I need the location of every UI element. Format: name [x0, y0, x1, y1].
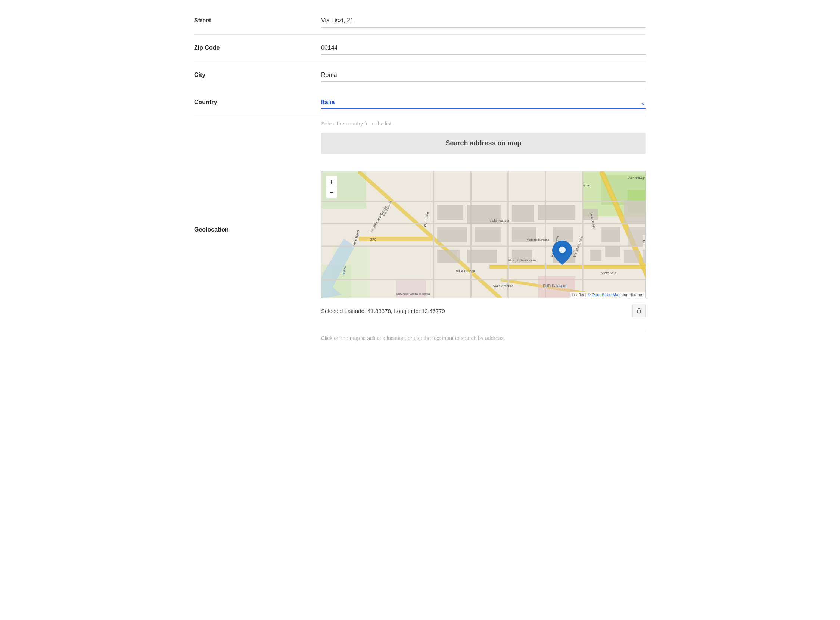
country-select[interactable]: Italia France Germany Spain [321, 96, 646, 109]
svg-text:Viale America: Viale America [493, 284, 514, 288]
hint-spacer-bottom [194, 335, 321, 341]
svg-rect-36 [437, 250, 460, 263]
bottom-hint-text: Click on the map to select a location, o… [321, 335, 646, 341]
hint-spacer [194, 117, 321, 120]
svg-rect-33 [475, 227, 500, 242]
svg-text:Viale Asia: Viale Asia [601, 271, 616, 275]
bottom-hint-row: Click on the map to select a location, o… [194, 331, 646, 349]
street-field [321, 14, 646, 28]
svg-text:Viale Pasteur: Viale Pasteur [490, 219, 509, 223]
geolocation-row: Geolocation [194, 160, 646, 327]
map-container[interactable]: Via del Cappellaccio Via Ostiense Viale … [321, 171, 646, 298]
osm-attribution-text: © OpenStreetMap [588, 292, 621, 297]
svg-rect-32 [437, 227, 467, 242]
svg-text:Viale dell'Agricolt.: Viale dell'Agricolt. [628, 176, 646, 180]
zipcode-row: Zip Code [194, 35, 646, 62]
trash-icon: 🗑 [636, 307, 642, 314]
address-form: Street Zip Code City Country Italia Fran… [183, 0, 657, 360]
zipcode-input[interactable] [321, 41, 646, 55]
svg-rect-28 [437, 205, 463, 220]
contributors-text: contributors [622, 292, 643, 297]
map-attribution: Leaflet | © OpenStreetMap contributors [570, 292, 646, 298]
svg-text:Viale della Fisica: Viale della Fisica [527, 238, 549, 241]
location-info-row: Selected Latitude: 41.83378, Longitude: … [321, 298, 646, 321]
country-label: Country [194, 96, 321, 106]
street-label: Street [194, 14, 321, 24]
zoom-out-button[interactable]: − [326, 187, 337, 198]
city-input[interactable] [321, 69, 646, 82]
city-row: City [194, 62, 646, 89]
svg-text:Viale Europa: Viale Europa [456, 269, 475, 273]
country-field: Italia France Germany Spain ⌄ [321, 96, 646, 109]
search-spacer [194, 132, 321, 154]
svg-text:UniCredit Banca di Roma: UniCredit Banca di Roma [396, 292, 430, 295]
svg-rect-30 [512, 205, 534, 222]
street-input[interactable] [321, 14, 646, 28]
svg-rect-42 [590, 250, 601, 261]
svg-text:Ninfeo: Ninfeo [583, 184, 592, 187]
country-hint-row: Select the country from the list. [194, 116, 646, 132]
svg-text:EUR: EUR [643, 239, 646, 244]
osm-attribution-link[interactable]: © OpenStreetMap [588, 292, 622, 297]
svg-rect-31 [538, 205, 575, 220]
svg-rect-44 [624, 201, 646, 224]
svg-text:Viale dell'Astronomia: Viale dell'Astronomia [508, 259, 536, 262]
map-zoom-controls: + − [326, 176, 337, 198]
search-field: Search address on map [321, 132, 646, 154]
selected-location-text: Selected Latitude: 41.83378, Longitude: … [321, 308, 445, 314]
country-select-wrapper: Italia France Germany Spain ⌄ [321, 96, 646, 109]
leaflet-attribution: Leaflet [572, 292, 584, 297]
svg-rect-43 [605, 246, 620, 257]
svg-point-84 [559, 247, 566, 253]
city-label: City [194, 69, 321, 78]
search-address-button[interactable]: Search address on map [321, 132, 646, 154]
geolocation-field: Via del Cappellaccio Via Ostiense Viale … [321, 167, 646, 321]
svg-rect-37 [467, 250, 497, 263]
map-svg: Via del Cappellaccio Via Ostiense Viale … [322, 172, 646, 298]
zoom-in-button[interactable]: + [326, 176, 337, 187]
delete-location-button[interactable]: 🗑 [633, 304, 646, 318]
country-row: Country Italia France Germany Spain ⌄ [194, 89, 646, 116]
street-row: Street [194, 8, 646, 35]
svg-rect-41 [601, 227, 620, 242]
svg-text:EUR Palasport: EUR Palasport [543, 284, 568, 288]
zipcode-label: Zip Code [194, 41, 321, 51]
country-hint-text: Select the country from the list. [321, 117, 646, 126]
search-row: Search address on map [194, 132, 646, 160]
svg-text:SP8: SP8 [370, 238, 376, 241]
country-hint-field: Select the country from the list. [321, 117, 646, 126]
zipcode-field [321, 41, 646, 55]
svg-rect-46 [624, 250, 639, 263]
city-field [321, 69, 646, 82]
geolocation-label: Geolocation [194, 167, 321, 233]
svg-rect-47 [643, 250, 646, 263]
